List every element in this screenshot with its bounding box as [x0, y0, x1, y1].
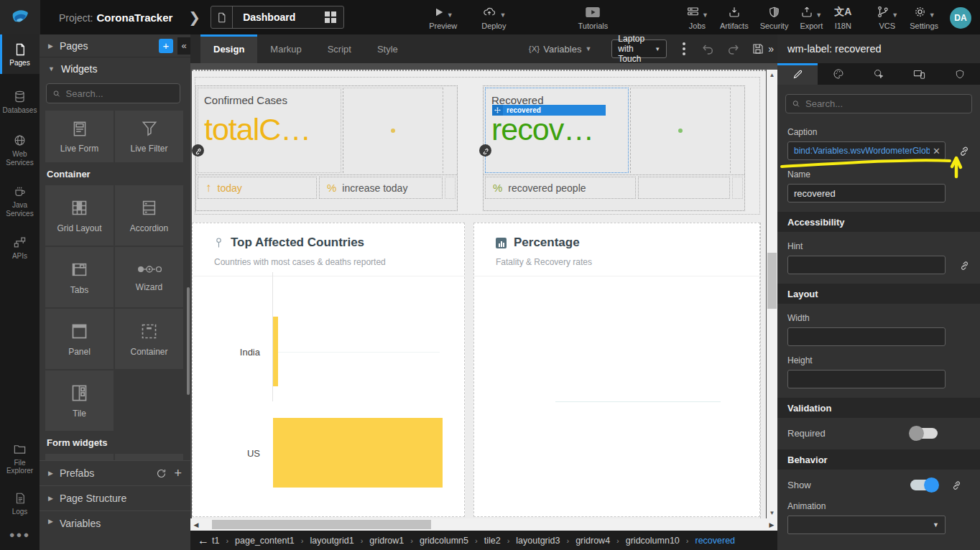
recovered-people-cell[interactable]: % recovered people — [485, 177, 636, 199]
canvas-horizontal-scrollbar[interactable]: ◀ ▶ — [190, 518, 777, 531]
recovered-icon-cell[interactable] — [630, 88, 730, 173]
widget-tile-live-filter[interactable]: Live Filter — [115, 111, 183, 162]
scroll-down-arrow[interactable]: ▼ — [767, 508, 777, 518]
chart-bar[interactable] — [273, 317, 278, 386]
save-button[interactable] — [752, 42, 764, 55]
hint-bind-button[interactable] — [946, 260, 970, 271]
widget-tile-accordion[interactable]: Accordion — [115, 185, 183, 246]
clear-binding-icon[interactable]: ✕ — [930, 146, 940, 157]
caption-input[interactable]: bind:Variables.wsvWordometerGlobal.c ✕ — [787, 141, 946, 160]
pages-section-header[interactable]: ▶ Pages + « — [40, 34, 190, 57]
redo-button[interactable] — [726, 42, 740, 56]
tab-styles[interactable] — [818, 63, 858, 85]
accessibility-section-header[interactable]: Accessibility — [777, 212, 980, 232]
recovered-label-selected[interactable]: Recovered recov… — [485, 88, 629, 173]
tab-style[interactable]: Style — [364, 34, 411, 63]
export-button[interactable]: ▼ Export — [800, 5, 823, 30]
chevron-down-icon[interactable]: ▼ — [815, 11, 822, 19]
today-cell[interactable]: ↑ today — [198, 177, 317, 199]
breadcrumb-item[interactable]: page_content1 — [235, 536, 295, 546]
confirmed-cases-cell[interactable]: Confirmed Cases totalC… — [198, 88, 341, 173]
confirmed-cases-icon-cell[interactable] — [343, 88, 443, 173]
rail-item-logs[interactable]: Logs — [0, 486, 40, 523]
wavemaker-logo[interactable] — [0, 0, 40, 34]
empty-cell[interactable] — [638, 177, 730, 199]
more-options-button[interactable] — [678, 39, 690, 58]
height-input[interactable] — [787, 370, 946, 388]
validation-section-header[interactable]: Validation — [777, 398, 980, 418]
breadcrumb-item[interactable]: gridrow4 — [575, 536, 610, 546]
refresh-icon[interactable] — [156, 468, 167, 479]
layout-section-header[interactable]: Layout — [777, 284, 980, 304]
settings-button[interactable]: ▼ Settings — [910, 5, 938, 30]
show-toggle[interactable] — [910, 480, 938, 490]
add-page-button[interactable]: + — [159, 39, 173, 53]
chart-bar[interactable] — [273, 418, 443, 488]
tab-security[interactable] — [940, 63, 980, 85]
widget-search-input[interactable] — [66, 88, 174, 99]
page-tab-dashboard[interactable]: Dashboard — [211, 6, 344, 29]
panel-scrollbar-thumb[interactable] — [187, 287, 190, 395]
vertical-scrollbar-thumb[interactable] — [767, 253, 777, 309]
breadcrumb-item[interactable]: layoutgrid3 — [516, 536, 560, 546]
widgets-section-header[interactable]: ▼ Widgets — [40, 57, 190, 80]
confirmed-cases-tile[interactable]: Confirmed Cases totalC… ↑ today — [195, 85, 458, 211]
show-bind-button[interactable] — [938, 480, 962, 490]
prefabs-section-header[interactable]: ▶ Prefabs + — [40, 460, 190, 485]
security-button[interactable]: Security — [760, 5, 789, 30]
recovered-tile[interactable]: recovered Recovered recov… — [483, 85, 745, 211]
behavior-section-header[interactable]: Behavior — [777, 449, 980, 470]
chevron-down-icon[interactable]: ▼ — [447, 11, 453, 19]
tutorials-button[interactable]: Tutorials — [578, 5, 609, 30]
horizontal-scrollbar-thumb[interactable] — [212, 520, 431, 529]
chevron-down-icon[interactable]: ▼ — [929, 11, 935, 19]
props-search-input[interactable] — [805, 98, 966, 109]
vcs-button[interactable]: ▼ VCS — [876, 5, 898, 30]
scroll-right-arrow[interactable]: ▶ — [766, 518, 777, 531]
tab-devices[interactable] — [899, 63, 939, 85]
breadcrumb-item[interactable]: tile2 — [484, 536, 501, 546]
page-structure-section-header[interactable]: ▶ Page Structure — [40, 485, 190, 511]
breadcrumb-item[interactable]: gridcolumn10 — [626, 536, 680, 546]
percentage-card[interactable]: Percentage Fatality & Recovery rates — [473, 223, 760, 517]
widget-tile-wizard[interactable]: Wizard — [115, 247, 183, 307]
bind-link-icon[interactable] — [192, 144, 204, 157]
breadcrumb-back-arrow[interactable]: ← — [198, 534, 209, 547]
undo-button[interactable] — [701, 42, 715, 56]
confirmed-cases-value[interactable]: totalC… — [204, 112, 341, 147]
add-prefab-icon[interactable]: + — [174, 466, 182, 481]
expand-props-button[interactable]: » — [764, 43, 777, 55]
chevron-down-icon[interactable]: ▼ — [892, 11, 898, 19]
widget-tile-container[interactable]: Container — [115, 309, 183, 369]
tab-properties[interactable] — [777, 63, 818, 85]
preview-button[interactable]: ▼ Preview — [429, 5, 457, 30]
canvas-vertical-scrollbar[interactable]: ▲ ▼ — [767, 70, 777, 518]
widget-tile-tabs[interactable]: Tabs — [45, 247, 114, 307]
breadcrumb-item[interactable]: gridrow1 — [369, 536, 404, 546]
tab-design[interactable]: Design — [200, 34, 257, 63]
rail-item-apis[interactable]: APIs — [0, 230, 40, 267]
rail-more-button[interactable]: ●●● — [0, 522, 40, 550]
bind-link-icon[interactable] — [479, 144, 491, 157]
selection-tag[interactable]: recovered — [492, 105, 606, 116]
pages-grid-icon[interactable] — [325, 11, 336, 23]
rail-item-web-services[interactable]: Web Services — [0, 128, 40, 173]
required-toggle[interactable] — [910, 428, 938, 439]
breadcrumb-item[interactable]: t1 — [212, 536, 219, 546]
breadcrumb-item[interactable]: layoutgrid1 — [310, 536, 354, 546]
caption-bind-button[interactable] — [946, 145, 970, 157]
device-select[interactable]: Laptop with Touch ▼ — [611, 39, 667, 58]
rail-item-file-explorer[interactable]: File Explorer — [0, 437, 40, 482]
deploy-button[interactable]: ▼ Deploy — [481, 5, 506, 30]
name-input[interactable] — [787, 184, 946, 202]
collapse-panel-button[interactable]: « — [177, 37, 190, 55]
tab-events[interactable] — [859, 63, 899, 85]
rail-item-databases[interactable]: Databases — [0, 84, 40, 121]
design-canvas-page[interactable]: Confirmed Cases totalC… ↑ today — [192, 70, 766, 518]
widget-tile-grid-layout[interactable]: Grid Layout — [45, 185, 114, 246]
chevron-down-icon[interactable]: ▼ — [499, 11, 506, 19]
increase-today-cell[interactable]: % increase today — [319, 177, 443, 199]
scroll-left-arrow[interactable]: ◀ — [190, 518, 202, 531]
rail-item-java-services[interactable]: Java Services — [0, 179, 40, 224]
widget-tile-live-form[interactable]: Live Form — [45, 111, 114, 162]
